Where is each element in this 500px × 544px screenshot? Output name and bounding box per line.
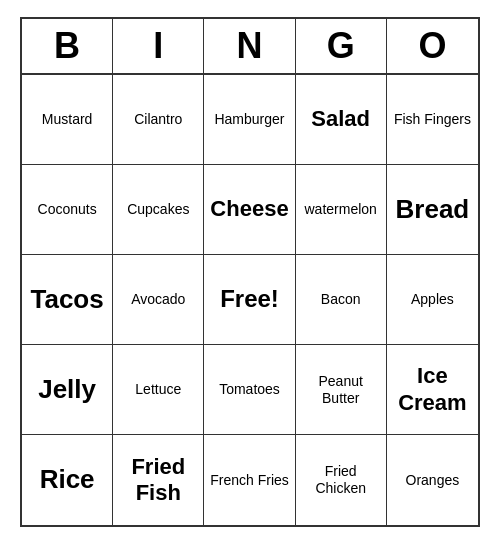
bingo-cell: Fish Fingers xyxy=(387,75,478,165)
bingo-cell: Ice Cream xyxy=(387,345,478,435)
bingo-cell: Coconuts xyxy=(22,165,113,255)
bingo-cell: Mustard xyxy=(22,75,113,165)
bingo-cell: Peanut Butter xyxy=(296,345,387,435)
bingo-cell: Oranges xyxy=(387,435,478,525)
bingo-cell: Bread xyxy=(387,165,478,255)
bingo-cell: Lettuce xyxy=(113,345,204,435)
bingo-cell: Cilantro xyxy=(113,75,204,165)
header-letter: O xyxy=(387,19,478,73)
bingo-cell: Hamburger xyxy=(204,75,295,165)
bingo-cell: Cupcakes xyxy=(113,165,204,255)
bingo-card: BINGO MustardCilantroHamburgerSaladFish … xyxy=(20,17,480,527)
bingo-cell: Bacon xyxy=(296,255,387,345)
bingo-cell: Tomatoes xyxy=(204,345,295,435)
header-letter: G xyxy=(296,19,387,73)
header-letter: B xyxy=(22,19,113,73)
bingo-cell: French Fries xyxy=(204,435,295,525)
bingo-cell: Fried Chicken xyxy=(296,435,387,525)
bingo-cell: Rice xyxy=(22,435,113,525)
bingo-cell: Salad xyxy=(296,75,387,165)
bingo-cell: Free! xyxy=(204,255,295,345)
bingo-cell: Tacos xyxy=(22,255,113,345)
header-letter: N xyxy=(204,19,295,73)
bingo-cell: Avocado xyxy=(113,255,204,345)
bingo-cell: Jelly xyxy=(22,345,113,435)
bingo-grid: MustardCilantroHamburgerSaladFish Finger… xyxy=(22,75,478,525)
bingo-cell: Fried Fish xyxy=(113,435,204,525)
bingo-cell: watermelon xyxy=(296,165,387,255)
header-letter: I xyxy=(113,19,204,73)
bingo-cell: Apples xyxy=(387,255,478,345)
bingo-header: BINGO xyxy=(22,19,478,75)
bingo-cell: Cheese xyxy=(204,165,295,255)
